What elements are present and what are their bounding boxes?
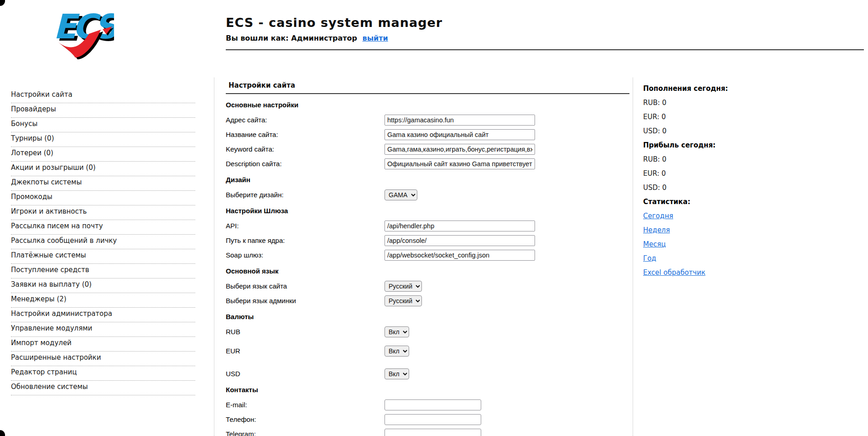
currency-rub-select[interactable]: Вкл [385, 326, 409, 337]
header: ECS - casino system manager Вы вошли как… [226, 16, 442, 42]
stats-link[interactable]: Неделя [643, 226, 670, 234]
stat-value: RUB: 0 [643, 99, 835, 107]
divider-sidebar-main [214, 78, 214, 436]
ecs-admin-page: ECS ECS ECS - casino system manager Вы в… [0, 0, 868, 436]
login-status: Вы вошли как: Администратор выйти [226, 34, 442, 42]
form-row: USDВкл [226, 368, 629, 379]
form-row: Путь к папке ядра: [226, 235, 629, 246]
field-label: Адрес сайта: [226, 116, 385, 124]
form-section-heading: Настройки Шлюза [226, 207, 629, 215]
sidebar-item[interactable]: Провайдеры [11, 103, 195, 118]
form-section-heading: Валюты [226, 313, 629, 320]
field-label: EUR [226, 347, 385, 355]
field-label: RUB [226, 328, 385, 336]
field-label: Название сайта: [226, 131, 385, 138]
core-path-input[interactable] [385, 235, 535, 246]
form-section-heading: Контакты [226, 386, 629, 394]
header-divider [226, 49, 864, 50]
sidebar-item[interactable]: Бонусы [11, 118, 195, 132]
window-corner-top-left [0, 0, 5, 6]
page-title: ECS - casino system manager [226, 16, 442, 30]
sidebar-item[interactable]: Джекпоты системы [11, 176, 195, 191]
window-corner-bottom-left [0, 430, 5, 436]
sidebar-item[interactable]: Турниры (0) [11, 132, 195, 147]
sidebar-item[interactable]: Игроки и активность [11, 205, 195, 220]
form-row: API: [226, 221, 629, 231]
sidebar-item[interactable]: Обновление системы [11, 381, 195, 395]
sidebar-item[interactable]: Расширенные настройки [11, 352, 195, 366]
field-label: Soap шлюз: [226, 251, 385, 259]
sidebar-item[interactable]: Управление модулями [11, 322, 195, 337]
divider-main-stats [633, 78, 633, 436]
sidebar-item[interactable]: Платёжные системы [11, 249, 195, 264]
stat-value: USD: 0 [643, 184, 835, 192]
phone-input[interactable] [385, 414, 481, 425]
field-label: Keyword сайта: [226, 145, 385, 153]
field-label: Телефон: [226, 415, 385, 423]
stats-link[interactable]: Год [643, 254, 656, 263]
profit-today-title: Прибыль сегодня: [643, 141, 835, 150]
form-row: Выберите дизайн:GAMA [226, 189, 629, 200]
sidebar-item[interactable]: Менеджеры (2) [11, 293, 195, 308]
soap-gateway-input[interactable] [385, 250, 535, 261]
sidebar-item[interactable]: Настройки администратора [11, 308, 195, 322]
admin-language-select[interactable]: Русский [385, 295, 422, 306]
api-input[interactable] [385, 221, 535, 231]
field-label: E-mail: [226, 401, 385, 409]
field-label: Description сайта: [226, 160, 385, 168]
form-row: Keyword сайта: [226, 144, 629, 154]
sidebar-item[interactable]: Лотереи (0) [11, 147, 195, 162]
form-row: Выбери язык админкиРусский [226, 295, 629, 306]
sidebar-item[interactable]: Рассылка сообщений в личку [11, 235, 195, 249]
sidebar-item[interactable]: Поступление средств [11, 264, 195, 278]
site-settings-form: Основные настройкиАдрес сайта:Название с… [226, 101, 629, 436]
sidebar-item[interactable]: Настройки сайта [11, 89, 195, 103]
sidebar-item[interactable]: Акции и розыгрыши (0) [11, 162, 195, 176]
currency-usd-select[interactable]: Вкл [385, 368, 409, 379]
form-row: Телефон: [226, 414, 629, 425]
stats-link[interactable]: Месяц [643, 240, 666, 248]
form-row: Название сайта: [226, 129, 629, 140]
form-row: Адрес сайта: [226, 115, 629, 125]
stat-value: EUR: 0 [643, 169, 835, 178]
profit-today-values: RUB: 0EUR: 0USD: 0 [643, 155, 835, 192]
sidebar-item[interactable]: Импорт модулей [11, 337, 195, 352]
stats-link[interactable]: Excel обработчик [643, 268, 705, 277]
site-address-input[interactable] [385, 115, 535, 126]
stat-value: EUR: 0 [643, 113, 835, 121]
form-section-heading: Дизайн [226, 176, 629, 184]
content-title-divider [226, 93, 629, 94]
sidebar-item[interactable]: Редактор страниц [11, 366, 195, 381]
stats-link[interactable]: Сегодня [643, 212, 673, 220]
deposits-today-values: RUB: 0EUR: 0USD: 0 [643, 99, 835, 136]
form-row: Soap шлюз: [226, 250, 629, 260]
field-label: Выберите дизайн: [226, 191, 385, 199]
statistics-links: СегодняНеделяМесяцГодExcel обработчик [643, 212, 835, 277]
form-row: Выбери язык сайтаРусский [226, 281, 629, 291]
site-name-input[interactable] [385, 129, 535, 140]
site-keyword-input[interactable] [385, 144, 535, 155]
sidebar-item[interactable]: Промокоды [11, 191, 195, 205]
form-row: EURВкл [226, 346, 629, 356]
sidebar-item[interactable]: Заявки на выплату (0) [11, 278, 195, 293]
form-row: E-mail: [226, 399, 629, 410]
sidebar-item[interactable]: Рассылка писем на почту [11, 220, 195, 235]
currency-eur-select[interactable]: Вкл [385, 346, 409, 357]
logout-link[interactable]: выйти [363, 34, 388, 42]
svg-text:ECS: ECS [53, 7, 114, 46]
telegram-input[interactable] [385, 429, 481, 436]
stats-panel: Пополнения сегодня: RUB: 0EUR: 0USD: 0 П… [643, 84, 835, 283]
site-language-select[interactable]: Русский [385, 281, 422, 292]
field-label: API: [226, 222, 385, 230]
stat-value: RUB: 0 [643, 155, 835, 164]
field-label: Путь к папке ядра: [226, 236, 385, 244]
field-label: Выбери язык сайта [226, 282, 385, 290]
deposits-today-title: Пополнения сегодня: [643, 84, 835, 93]
form-row: Description сайта: [226, 158, 629, 169]
stat-value: USD: 0 [643, 127, 835, 136]
main-content: Настройки сайта Основные настройкиАдрес … [226, 81, 629, 436]
email-input[interactable] [385, 399, 481, 410]
design-select[interactable]: GAMA [385, 189, 417, 200]
site-description-input[interactable] [385, 158, 535, 169]
content-title: Настройки сайта [229, 81, 629, 89]
